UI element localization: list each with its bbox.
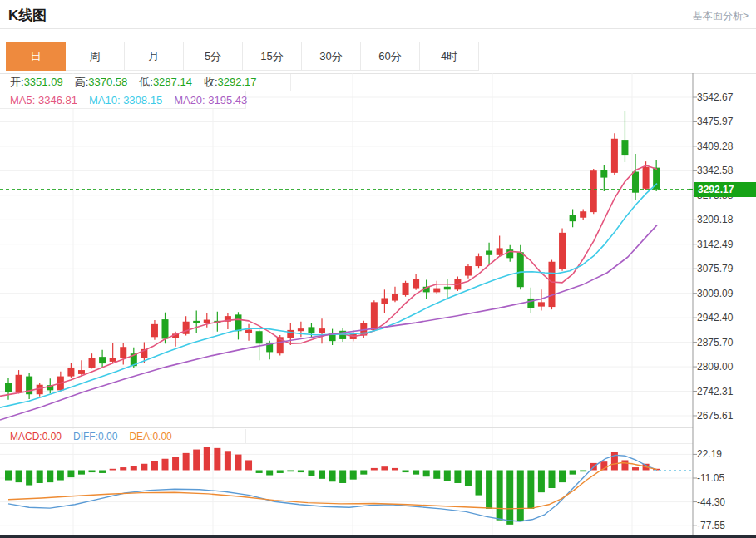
macd-axis-label: -11.05 bbox=[697, 472, 724, 484]
ohlc-legend: 开:3351.09高:3370.58低:3287.14收:3292.17 bbox=[0, 74, 291, 91]
page-title: K线图 bbox=[8, 6, 47, 25]
line-MA5 bbox=[0, 165, 657, 396]
price-axis-label: 3142.49 bbox=[697, 239, 733, 250]
tab-30分[interactable]: 30分 bbox=[302, 42, 361, 71]
ohlc-item: 高:3370.58 bbox=[75, 75, 128, 90]
tab-15分[interactable]: 15分 bbox=[243, 42, 302, 71]
price-axis-label: 2809.00 bbox=[697, 361, 733, 373]
line-MA20 bbox=[0, 225, 657, 421]
ohlc-item: 低:3287.14 bbox=[139, 75, 192, 90]
ohlc-item: 收:3292.17 bbox=[204, 75, 257, 90]
fundamental-analysis-link[interactable]: 基本面分析> bbox=[693, 9, 749, 23]
current-price-badge: 3292.17 bbox=[694, 182, 756, 197]
price-axis-label: 3475.97 bbox=[697, 116, 733, 127]
line-MA10 bbox=[0, 184, 657, 407]
candles bbox=[5, 111, 660, 400]
price-axis-label: 2742.31 bbox=[697, 386, 733, 397]
tab-4时[interactable]: 4时 bbox=[420, 42, 479, 71]
price-axis-label: 3209.18 bbox=[697, 214, 733, 225]
ma-item: MA10: 3308.15 bbox=[89, 94, 162, 106]
price-axis-label: 3342.58 bbox=[697, 165, 733, 176]
price-axis-label: 3542.67 bbox=[697, 91, 733, 103]
tab-5分[interactable]: 5分 bbox=[184, 42, 243, 71]
price-axis-label: 2675.61 bbox=[697, 410, 733, 422]
price-axis-label: 2875.70 bbox=[697, 337, 733, 348]
ohlc-item: 开:3351.09 bbox=[10, 75, 63, 90]
ma-item: MA5: 3346.81 bbox=[10, 94, 77, 106]
line-DIFF bbox=[8, 455, 657, 521]
macd-legend: MACD:0.00DIFF:0.00DEA:0.00 bbox=[0, 429, 246, 444]
tab-日[interactable]: 日 bbox=[6, 42, 66, 71]
macd-axis-label: -77.55 bbox=[697, 520, 725, 531]
macd-item: DIFF:0.00 bbox=[73, 431, 117, 442]
price-axis-label: 3075.79 bbox=[697, 263, 733, 274]
tab-60分[interactable]: 60分 bbox=[361, 42, 420, 71]
price-axis-label: 3409.28 bbox=[697, 141, 733, 152]
macd-item: MACD:0.00 bbox=[10, 431, 62, 442]
macd-histogram bbox=[5, 447, 660, 525]
macd-item: DEA:0.00 bbox=[129, 431, 171, 442]
kline-app: K线图 基本面分析> 日周月5分15分30分60分4时 开:3351.09高:3… bbox=[0, 0, 756, 538]
macd-axis-label: 22.19 bbox=[697, 448, 722, 460]
bottom-bar bbox=[0, 535, 756, 538]
price-axis-label: 2942.40 bbox=[697, 312, 733, 323]
ma-legend: MA5: 3346.81MA10: 3308.15MA20: 3195.43 bbox=[0, 91, 246, 109]
tab-周[interactable]: 周 bbox=[66, 42, 125, 71]
tab-月[interactable]: 月 bbox=[125, 42, 184, 71]
interval-tabbar: 日周月5分15分30分60分4时 bbox=[6, 42, 479, 71]
macd-axis-label: -44.30 bbox=[697, 496, 725, 508]
price-axis-label: 3009.09 bbox=[697, 288, 733, 299]
ma-item: MA20: 3195.43 bbox=[174, 94, 247, 106]
